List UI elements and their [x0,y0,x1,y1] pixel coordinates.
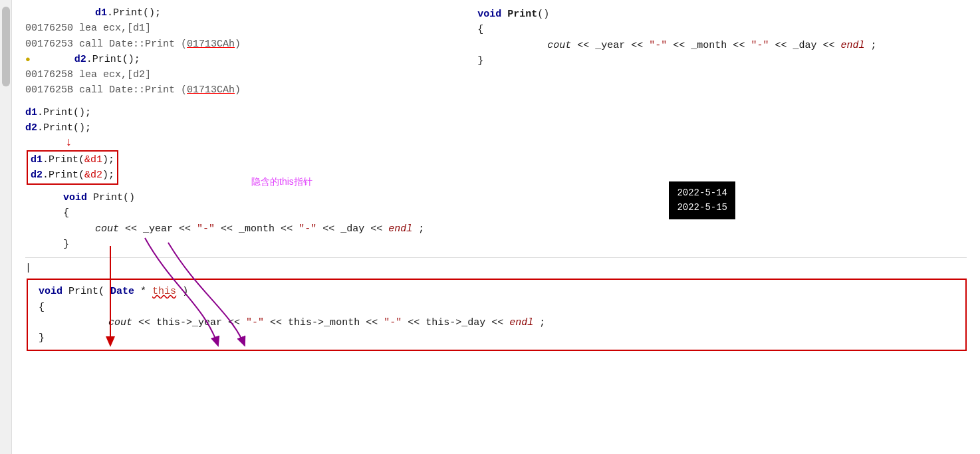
separator-line [25,257,967,258]
bottom-brace-close: } [39,330,955,346]
left-panel: d1.Print(); 00176250 lea ecx,[d1] 001762… [25,5,424,252]
main-container: d1.Print(); 00176250 lea ecx,[d1] 001762… [0,0,980,454]
code-line-d2print: ● d2.Print(); [25,52,424,67]
top-section: d1.Print(); 00176250 lea ecx,[d1] 001762… [25,5,967,252]
scrollbar[interactable] [0,0,12,454]
down-arrow-1: ↓ [65,136,424,150]
terminal-box: 2022-5-14 2022-5-15 [669,181,735,219]
plain-d2print: d2.Print(); [25,120,424,136]
addr-4: 0017625B [25,84,73,96]
right-void-print: void Print() [477,7,876,22]
terminal-line-1: 2022-5-14 [677,185,727,200]
bottom-brace-open: { [39,300,955,315]
addr-2: 00176253 [25,39,73,50]
asm-line-3: 00176258 lea ecx,[d2] [25,67,424,82]
red-box-top: d1.Print(&d1); d2.Print(&d2); [27,150,118,185]
code-line-d1print: d1.Print(); [25,5,424,21]
d1-print-call: d1.Print(); [95,7,161,19]
cursor-line: | [25,261,967,276]
void-brace-close: } [25,237,424,252]
void-brace-open: { [25,205,424,221]
chinese-annotation: 隐含的this指针 [251,176,312,188]
void-cout: cout << _year << "-" << _month << "-" <<… [25,221,424,237]
asm-line-4: 0017625B call Date::Print (01713CAh) [25,82,424,98]
content-area: d1.Print(); 00176250 lea ecx,[d1] 001762… [12,0,980,454]
right-brace-close: } [477,53,876,68]
boxed-d2print: d2.Print(&d2); [31,168,114,183]
asm3-arg: ecx,[d2] [103,69,151,80]
void-print-sig: void Print() [25,190,424,205]
yellow-dot: ● [25,55,31,64]
right-brace-open: { [477,22,876,37]
asm-line-2: 00176253 call Date::Print (01713CAh) [25,37,424,52]
bottom-cout: cout << this->_year << "-" << this->_mon… [39,315,955,330]
d2-print-call: d2.Print(); [74,54,140,65]
boxed-d1print: d1.Print(&d1); [31,152,114,168]
bottom-void-print: void Print( Date * this ) [39,284,955,299]
addr-3: 00176258 [25,69,73,80]
asm1-arg: ecx,[d1] [103,23,151,34]
this-keyword: this [152,286,176,297]
red-box-bottom: void Print( Date * this ) { cout << this… [27,279,967,351]
right-cout: cout << _year << "-" << _month << "-" <<… [477,38,876,53]
asm-line-1: 00176250 lea ecx,[d1] [25,21,424,36]
scrollbar-thumb[interactable] [2,7,10,86]
terminal-line-2: 2022-5-15 [677,200,727,215]
plain-d1print: d1.Print(); [25,105,424,120]
addr-1: 00176250 [25,23,73,34]
